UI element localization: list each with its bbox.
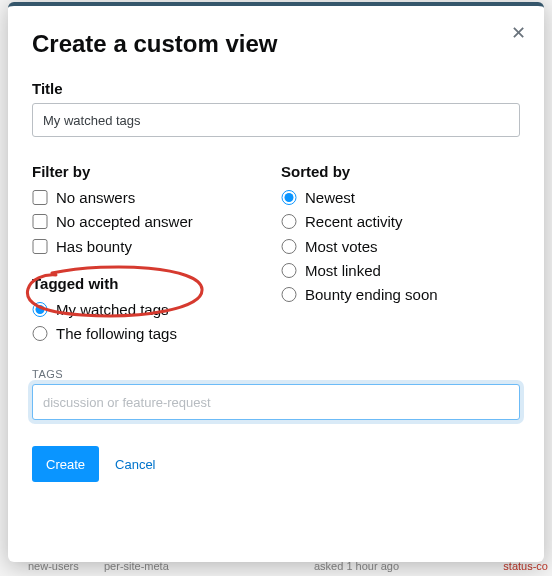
sort-column: Sorted by Newest Recent activity Most vo… <box>281 163 520 348</box>
sort-heading: Sorted by <box>281 163 520 180</box>
filter-column: Filter by No answers No accepted answer … <box>32 163 271 348</box>
tagged-option-label[interactable]: The following tags <box>56 324 177 344</box>
title-input[interactable] <box>32 103 520 137</box>
close-icon: ✕ <box>511 23 526 43</box>
tagged-following-radio[interactable] <box>32 326 48 341</box>
sort-option-label[interactable]: Bounty ending soon <box>305 285 438 305</box>
sort-most-votes-radio[interactable] <box>281 239 297 254</box>
filter-option-label[interactable]: No answers <box>56 188 135 208</box>
close-button[interactable]: ✕ <box>507 20 530 46</box>
filter-option-label[interactable]: No accepted answer <box>56 212 193 232</box>
tagged-heading: Tagged with <box>32 275 271 292</box>
title-label: Title <box>32 80 520 97</box>
modal-actions: Create Cancel <box>32 446 520 482</box>
filter-has-bounty-checkbox[interactable] <box>32 239 48 254</box>
create-custom-view-modal: ✕ Create a custom view Title Filter by N… <box>8 2 544 562</box>
tagged-my-watched-radio[interactable] <box>32 302 48 317</box>
tags-input[interactable] <box>32 384 520 420</box>
modal-heading: Create a custom view <box>32 30 520 58</box>
tags-label: TAGS <box>32 368 520 380</box>
sort-option-label[interactable]: Newest <box>305 188 355 208</box>
filter-no-accepted-answer-checkbox[interactable] <box>32 214 48 229</box>
cancel-button[interactable]: Cancel <box>113 453 157 476</box>
create-button[interactable]: Create <box>32 446 99 482</box>
sort-most-linked-radio[interactable] <box>281 263 297 278</box>
sort-bounty-ending-radio[interactable] <box>281 287 297 302</box>
tagged-option-label[interactable]: My watched tags <box>56 300 169 320</box>
sort-option-label[interactable]: Recent activity <box>305 212 403 232</box>
sort-newest-radio[interactable] <box>281 190 297 205</box>
filter-no-answers-checkbox[interactable] <box>32 190 48 205</box>
filter-heading: Filter by <box>32 163 271 180</box>
filter-option-label[interactable]: Has bounty <box>56 237 132 257</box>
sort-option-label[interactable]: Most linked <box>305 261 381 281</box>
sort-option-label[interactable]: Most votes <box>305 237 378 257</box>
tagged-with-section: Tagged with My watched tags The followin… <box>32 275 271 345</box>
sort-recent-activity-radio[interactable] <box>281 214 297 229</box>
